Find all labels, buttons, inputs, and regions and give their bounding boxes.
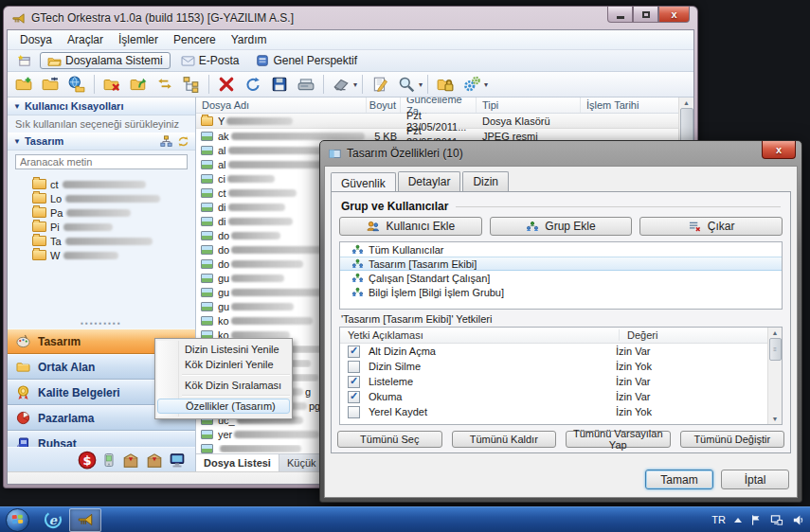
minimize-button[interactable] — [607, 7, 633, 23]
box-icon[interactable] — [121, 452, 140, 469]
menu-item-dizin-listesini-yenile[interactable]: Dizin Listesini Yenile — [155, 342, 292, 357]
tree-folder-item[interactable]: W — [8, 248, 195, 262]
tree-folder-item[interactable]: Ta — [8, 234, 195, 248]
tree-folder-item[interactable]: Pa — [8, 205, 195, 220]
permissions-scrollbar[interactable]: ▲ ≡ ▼ — [767, 328, 782, 424]
redacted-text — [63, 181, 146, 188]
folder-permissions-icon[interactable] — [433, 73, 458, 96]
close-button[interactable]: x — [658, 7, 690, 23]
permission-checkbox[interactable] — [348, 376, 360, 388]
permission-row[interactable]: Listeleme İzin Var — [340, 374, 767, 389]
restore-folder-icon[interactable] — [126, 73, 151, 96]
speaker-icon[interactable] — [792, 514, 804, 526]
search-input[interactable] — [15, 154, 188, 169]
permission-row[interactable]: Yerel Kaydet İzin Yok — [340, 404, 767, 419]
monitor-icon[interactable] — [169, 452, 186, 469]
permission-checkbox[interactable] — [348, 406, 360, 418]
scroll-up-icon[interactable]: ▲ — [772, 329, 779, 336]
start-button[interactable] — [6, 508, 29, 532]
change-all-button[interactable]: Tümünü Değiştir — [680, 431, 785, 448]
cancel-button[interactable]: İptal — [721, 470, 789, 489]
permission-checkbox[interactable] — [348, 346, 360, 358]
network-icon[interactable] — [770, 514, 783, 526]
shortcuts-header[interactable]: ▼ Kullanıcı Kısayolları — [8, 98, 195, 115]
tab-dosyalama-sistemi[interactable]: Dosyalama Sistemi — [40, 52, 171, 69]
settings-dropdown-caret[interactable]: ▾ — [484, 80, 488, 89]
add-user-button[interactable]: Kullanıcı Ekle — [339, 217, 482, 236]
tree-folder-item[interactable]: ct — [8, 177, 195, 191]
remove-all-button[interactable]: Tümünü Kaldır — [452, 431, 557, 448]
new-perspective-icon[interactable] — [11, 49, 36, 72]
edit-document-icon[interactable] — [368, 73, 392, 96]
settings-gears-icon[interactable] — [459, 73, 484, 96]
restore-button[interactable] — [633, 7, 658, 23]
delete-icon[interactable] — [214, 73, 239, 96]
save-icon[interactable] — [267, 73, 292, 96]
scan-icon[interactable] — [294, 73, 318, 96]
permission-row[interactable]: Dizin Silme İzin Yok — [340, 359, 767, 374]
new-folder-icon[interactable] — [11, 73, 36, 96]
tree-folder-item[interactable]: Pi — [8, 220, 195, 234]
column-boyut[interactable]: Boyut — [367, 98, 401, 113]
permission-checkbox[interactable] — [348, 391, 360, 403]
add-group-button[interactable]: Grup Ekle — [490, 217, 633, 236]
group-list-item[interactable]: Tüm Kullanıcılar — [340, 242, 782, 257]
column-tipi[interactable]: Tipi — [477, 98, 581, 113]
column-degeri[interactable]: Değeri — [619, 329, 657, 341]
menu-araclar[interactable]: Araçlar — [61, 31, 110, 48]
show-hidden-icons[interactable] — [734, 518, 742, 523]
menu-pencere[interactable]: Pencere — [167, 31, 223, 48]
tab-e-posta[interactable]: E-Posta — [174, 53, 246, 68]
dialog-close-button[interactable]: x — [762, 141, 796, 159]
splitter-handle[interactable]: ▪▪▪▪▪▪▪▪▪ — [8, 319, 195, 328]
menu-item-ozellikler[interactable]: Özellikler (Tasarım) — [157, 399, 290, 414]
tree-view-icon[interactable] — [179, 73, 204, 96]
column-islem-tarihi[interactable]: İşlem Tarihi — [581, 98, 675, 113]
phone-icon[interactable] — [101, 452, 117, 469]
send-dropdown-caret[interactable]: ▾ — [353, 80, 357, 89]
ok-button[interactable]: Tamam — [645, 470, 713, 489]
group-list-item[interactable]: Bilgi İşlem [Bilgi İşlem Grubu] — [340, 285, 782, 299]
tab-detaylar[interactable]: Detaylar — [398, 171, 461, 193]
tab-genel-perspektif[interactable]: Genel Perspektif — [249, 53, 364, 68]
remove-button[interactable]: Çıkar — [639, 217, 783, 236]
menu-islemler[interactable]: İşlemler — [112, 31, 165, 48]
group-list-item[interactable]: Çalışan [Standart Çalışan] — [340, 271, 782, 285]
taskbar-orkestra-button[interactable] — [69, 508, 101, 532]
column-dosya-adi[interactable]: Dosya Adı — [196, 98, 367, 113]
default-all-button[interactable]: Tümünü Varsayılan Yap — [566, 431, 671, 448]
tree-header[interactable]: ▼ Tasarım — [8, 133, 195, 151]
web-folder-icon[interactable] — [64, 73, 89, 96]
scrollbar-thumb[interactable]: ≡ — [769, 338, 782, 361]
search-dropdown-caret[interactable]: ▾ — [419, 80, 423, 89]
org-tree-icon[interactable] — [160, 135, 172, 148]
menu-item-kok-dizin-siralamasi[interactable]: Kök Dizin Sıralaması — [155, 378, 292, 393]
column-yetki-aciklamasi[interactable]: Yetki Açıklaması — [348, 329, 423, 341]
tab-dizin[interactable]: Dizin — [462, 171, 509, 193]
select-all-button[interactable]: Tümünü Seç — [337, 431, 442, 448]
search-icon[interactable] — [394, 73, 419, 96]
tree-folder-item[interactable]: Lo — [8, 191, 195, 205]
scroll-down-icon[interactable]: ▼ — [772, 416, 779, 422]
language-indicator[interactable]: TR — [711, 514, 726, 525]
scroll-up-icon[interactable]: ▲ — [683, 99, 690, 106]
permission-row[interactable]: Alt Dizin Açma İzin Var — [340, 344, 767, 359]
delete-folder-icon[interactable] — [99, 73, 124, 96]
menu-dosya[interactable]: Dosya — [13, 31, 59, 48]
permission-checkbox[interactable] — [348, 361, 360, 373]
group-list-item[interactable]: Tasarım [Tasarım Ekibi] — [340, 257, 782, 271]
send-device-icon[interactable] — [329, 73, 353, 96]
rename-folder-icon[interactable] — [38, 73, 63, 96]
menu-yardim[interactable]: Yardım — [225, 31, 274, 48]
box-icon[interactable] — [145, 452, 164, 469]
permission-row[interactable]: Okuma İzin Var — [340, 389, 767, 404]
menu-item-kok-dizinleri-yenile[interactable]: Kök Dizinleri Yenile — [155, 357, 292, 372]
rotate-icon[interactable] — [241, 73, 265, 96]
action-center-flag-icon[interactable] — [750, 514, 762, 526]
move-items-icon[interactable] — [153, 73, 177, 96]
redacted-text — [231, 232, 280, 239]
tab-dosya-listesi[interactable]: Dosya Listesi — [196, 454, 279, 471]
taskbar-ie-button[interactable]: e — [37, 508, 69, 532]
dollar-icon[interactable]: $ — [78, 451, 97, 470]
refresh-icon[interactable] — [177, 135, 189, 148]
